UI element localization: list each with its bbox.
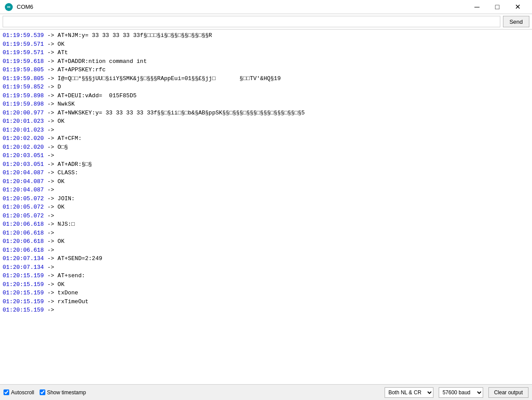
log-line: 01:20:05.072 -> OK xyxy=(3,203,529,212)
log-timestamp: 01:19:59.805 xyxy=(3,66,44,73)
log-line: 01:20:01.023 -> OK xyxy=(3,117,529,126)
log-direction: -> xyxy=(44,135,58,142)
log-line: 01:20:04.087 -> xyxy=(3,186,529,194)
window-title: COM6 xyxy=(17,4,467,10)
log-line: 01:19:59.898 -> NwkSK xyxy=(3,100,529,109)
log-direction: -> xyxy=(44,178,58,185)
clear-output-button[interactable]: Clear output xyxy=(488,387,528,398)
log-line: 01:20:03.051 -> AT+ADR:§□§ xyxy=(3,160,529,169)
log-content: I@=Q□□*§§§jUU□§iiY§SMK&j§□§§§RAppEui=01§… xyxy=(58,75,281,82)
log-direction: -> xyxy=(44,264,58,271)
log-line: 01:20:00.977 -> AT+NWKSKEY:y= 33 33 33 3… xyxy=(3,109,529,117)
log-content: AT+APPSKEY:rfc xyxy=(58,66,106,73)
close-button[interactable]: ✕ xyxy=(507,0,528,14)
log-line: 01:19:59.805 -> I@=Q□□*§§§jUU□§iiY§SMK&j… xyxy=(3,74,529,83)
log-content: CLASS: xyxy=(58,169,78,176)
input-bar: Send xyxy=(0,14,532,29)
log-line: 01:20:15.159 -> xyxy=(3,306,529,315)
log-direction: -> xyxy=(44,92,58,99)
log-direction: -> xyxy=(44,84,58,90)
log-timestamp: 01:20:01.023 xyxy=(3,118,44,125)
log-line: 01:19:59.539 -> AT+NJM:y= 33 33 33 33 33… xyxy=(3,31,529,40)
log-direction: -> xyxy=(44,221,58,228)
show-timestamp-label[interactable]: Show timestamp xyxy=(40,389,86,396)
log-direction: -> xyxy=(44,110,58,116)
log-direction: -> xyxy=(44,272,58,279)
serial-input[interactable] xyxy=(3,16,500,27)
arduino-logo: ∞ xyxy=(4,3,13,11)
log-direction: -> xyxy=(44,213,58,219)
log-content: OK xyxy=(58,238,65,245)
log-line: 01:19:59.618 -> AT+DADDR:ntion command i… xyxy=(3,57,529,66)
log-line: 01:20:05.072 -> xyxy=(3,212,529,220)
log-timestamp: 01:19:59.805 xyxy=(3,75,44,82)
log-timestamp: 01:20:15.159 xyxy=(3,298,44,305)
log-timestamp: 01:20:03.051 xyxy=(3,152,44,159)
log-line: 01:19:59.852 -> D xyxy=(3,83,529,92)
log-direction: -> xyxy=(44,255,58,262)
log-timestamp: 01:19:59.571 xyxy=(3,41,44,48)
log-line: 01:19:59.805 -> AT+APPSKEY:rfc xyxy=(3,66,529,74)
log-direction: -> xyxy=(44,290,58,296)
log-direction: -> xyxy=(44,169,58,176)
log-timestamp: 01:20:05.072 xyxy=(3,204,44,210)
log-line: 01:20:07.134 -> AT+SEND=2:249 xyxy=(3,254,529,263)
log-line: 01:20:07.134 -> xyxy=(3,263,529,272)
baud-rate-select[interactable]: 300 baud1200 baud2400 baud4800 baud9600 … xyxy=(439,387,483,398)
log-content: AT+DEUI:vAdd= 015F85D5 xyxy=(58,92,136,99)
log-timestamp: 01:19:59.539 xyxy=(3,32,44,39)
send-button[interactable]: Send xyxy=(503,16,529,27)
autoscroll-checkbox[interactable] xyxy=(4,389,9,395)
line-ending-select[interactable]: No line endingNewlineCarriage returnBoth… xyxy=(385,387,433,398)
log-line: 01:20:02.020 -> AT+CFM: xyxy=(3,134,529,143)
log-content: OK xyxy=(58,41,65,48)
log-content: AT+NJM:y= 33 33 33 33 33f§□□□§i§□§§□§§□§… xyxy=(58,32,212,39)
log-line: 01:20:04.087 -> OK xyxy=(3,177,529,186)
log-direction: -> xyxy=(44,32,58,39)
log-direction: -> xyxy=(44,230,58,236)
log-direction: -> xyxy=(44,49,58,56)
log-timestamp: 01:20:02.020 xyxy=(3,135,44,142)
log-direction: -> xyxy=(44,161,58,168)
serial-output[interactable]: 01:19:59.539 -> AT+NJM:y= 33 33 33 33 33… xyxy=(0,29,532,384)
log-direction: -> xyxy=(44,75,58,82)
log-line: 01:20:01.023 -> xyxy=(3,126,529,135)
maximize-button[interactable]: □ xyxy=(487,0,507,14)
log-content: JOIN: xyxy=(58,195,75,202)
log-timestamp: 01:20:06.618 xyxy=(3,221,44,228)
log-line: 01:20:05.072 -> JOIN: xyxy=(3,194,529,203)
autoscroll-label[interactable]: Autoscroll xyxy=(4,389,34,396)
autoscroll-text: Autoscroll xyxy=(11,389,34,396)
log-content: D xyxy=(58,84,61,90)
minimize-button[interactable]: ─ xyxy=(467,0,487,14)
log-direction: -> xyxy=(44,195,58,202)
log-line: 01:19:59.898 -> AT+DEUI:vAdd= 015F85D5 xyxy=(3,92,529,100)
log-timestamp: 01:20:15.159 xyxy=(3,281,44,288)
log-timestamp: 01:20:05.072 xyxy=(3,213,44,219)
log-line: 01:20:06.618 -> xyxy=(3,246,529,255)
log-direction: -> xyxy=(44,41,58,48)
log-line: 01:19:59.571 -> ATt xyxy=(3,48,529,57)
log-line: 01:19:59.571 -> OK xyxy=(3,40,529,49)
log-content: OK xyxy=(58,118,65,125)
log-timestamp: 01:20:15.159 xyxy=(3,307,44,313)
log-direction: -> xyxy=(44,58,58,65)
log-content: AT+DADDR:ntion command int xyxy=(58,58,147,65)
show-timestamp-checkbox[interactable] xyxy=(40,389,45,395)
log-timestamp: 01:20:15.159 xyxy=(3,290,44,296)
log-timestamp: 01:20:04.087 xyxy=(3,178,44,185)
log-timestamp: 01:20:07.134 xyxy=(3,264,44,271)
log-line: 01:20:06.618 -> OK xyxy=(3,237,529,246)
title-bar: ∞ COM6 ─ □ ✕ xyxy=(0,0,532,14)
window-controls: ─ □ ✕ xyxy=(467,0,528,14)
log-timestamp: 01:20:00.977 xyxy=(3,110,44,116)
log-timestamp: 01:20:02.020 xyxy=(3,144,44,150)
log-timestamp: 01:19:59.852 xyxy=(3,84,44,90)
log-timestamp: 01:20:06.618 xyxy=(3,230,44,236)
log-direction: -> xyxy=(44,101,58,107)
log-line: 01:20:15.159 -> OK xyxy=(3,280,529,289)
log-timestamp: 01:20:05.072 xyxy=(3,195,44,202)
log-timestamp: 01:19:59.898 xyxy=(3,92,44,99)
log-timestamp: 01:20:01.023 xyxy=(3,127,44,133)
log-content: O□§ xyxy=(58,144,68,150)
